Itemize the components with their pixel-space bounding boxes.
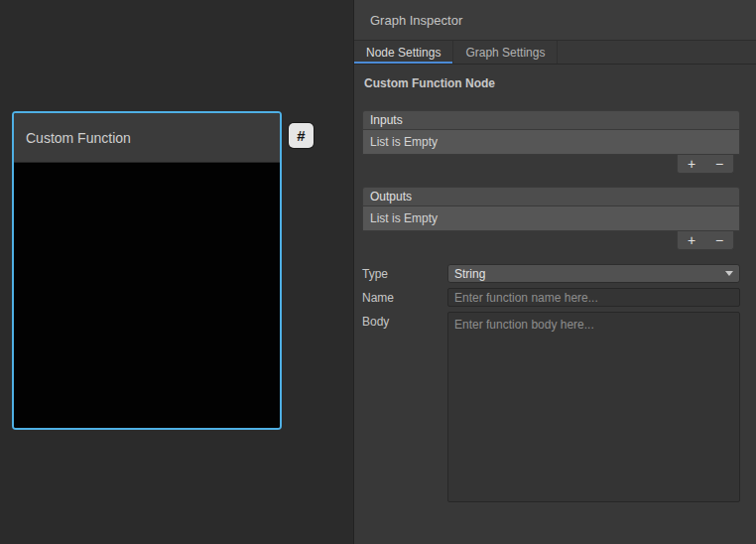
body-label: Body (362, 312, 447, 329)
inspector-content: Custom Function Node Inputs List is Empt… (354, 65, 756, 502)
inputs-list-empty-row: List is Empty (362, 130, 740, 155)
tab-graph-settings[interactable]: Graph Settings (453, 41, 558, 64)
custom-function-node[interactable]: Custom Function (12, 111, 282, 430)
outputs-list-buttons: + − (677, 231, 734, 250)
graph-inspector-panel: Graph Inspector Node Settings Graph Sett… (353, 0, 756, 544)
node-preview-body (14, 163, 280, 428)
tab-label: Graph Settings (465, 46, 545, 60)
type-dropdown[interactable]: String (447, 264, 740, 283)
inspector-tabs: Node Settings Graph Settings (354, 41, 756, 65)
inspector-title: Graph Inspector (370, 13, 462, 28)
inputs-list-header: Inputs (362, 110, 740, 130)
minus-icon: − (715, 233, 723, 247)
add-output-button[interactable]: + (678, 231, 705, 249)
graph-canvas[interactable]: Custom Function # (0, 0, 353, 544)
name-row: Name (362, 288, 740, 307)
remove-output-button[interactable]: − (705, 231, 733, 249)
outputs-list-header: Outputs (362, 187, 740, 206)
minus-icon: − (715, 157, 723, 171)
type-label: Type (362, 264, 447, 281)
function-name-input[interactable] (447, 288, 740, 307)
section-title: Custom Function Node (364, 76, 740, 90)
outputs-list: Outputs List is Empty + − (362, 187, 740, 250)
list-empty-text: List is Empty (370, 211, 438, 225)
inspector-header: Graph Inspector (354, 0, 756, 41)
outputs-list-footer: + − (362, 231, 740, 250)
type-dropdown-value: String (454, 267, 485, 281)
add-input-button[interactable]: + (678, 155, 705, 173)
hash-icon: # (297, 127, 305, 144)
inputs-list-footer: + − (362, 155, 740, 174)
type-row: Type String (362, 264, 740, 283)
tab-node-settings[interactable]: Node Settings (354, 41, 453, 64)
function-body-textarea[interactable] (447, 312, 740, 502)
tab-label: Node Settings (366, 46, 441, 60)
plus-icon: + (688, 233, 695, 247)
node-hash-badge[interactable]: # (289, 123, 314, 148)
name-label: Name (362, 288, 447, 305)
outputs-list-empty-row: List is Empty (362, 206, 740, 231)
plus-icon: + (688, 157, 695, 171)
inputs-list: Inputs List is Empty + − (362, 110, 740, 174)
remove-input-button[interactable]: − (705, 155, 733, 173)
inputs-list-buttons: + − (677, 155, 734, 174)
node-title-bar[interactable]: Custom Function (14, 113, 280, 163)
inputs-list-title: Inputs (370, 113, 403, 127)
body-row: Body (362, 312, 740, 502)
list-empty-text: List is Empty (370, 135, 438, 149)
chevron-down-icon (725, 271, 733, 276)
outputs-list-title: Outputs (370, 190, 412, 204)
node-title: Custom Function (26, 130, 131, 146)
